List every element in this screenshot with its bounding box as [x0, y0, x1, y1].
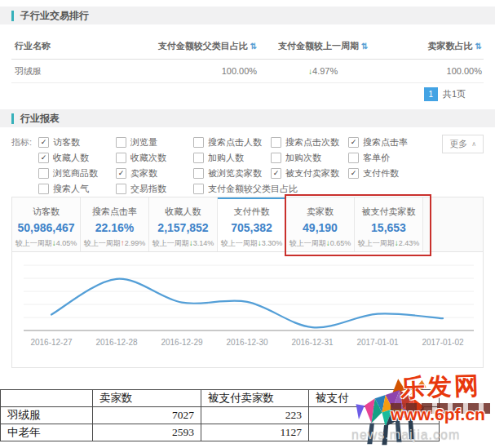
- chevron-up-icon: ∧: [471, 140, 476, 148]
- page-button-1[interactable]: 1: [424, 87, 438, 101]
- value-cell: [309, 407, 440, 424]
- metric-checkbox-客单价[interactable]: 客单价: [348, 153, 426, 163]
- seller-ratio-cell: 100.00%: [389, 66, 484, 76]
- pagination: 1 共1页: [0, 87, 466, 101]
- metric-card-支付件数[interactable]: 支付件数705,382较上一周期↓3.30%: [218, 197, 286, 251]
- metric-checkbox-搜索点击次数[interactable]: 搜索点击次数: [271, 137, 348, 148]
- x-axis-label: 2016-12-31: [291, 338, 334, 347]
- metric-card-title: 被支付卖家数: [355, 206, 422, 218]
- change-value: 3.30%: [262, 239, 283, 247]
- row-label-cell: 羽绒服: [1, 407, 93, 424]
- metric-cards-row: 访客数50,986,467较上一周期↓4.05%搜索点击率22.16%较上一周期…: [12, 197, 483, 252]
- checkbox-icon[interactable]: ✓: [38, 137, 49, 148]
- metric-card-title: 访客数: [12, 206, 80, 218]
- metric-card-value: 50,986,467: [12, 221, 80, 234]
- metric-card-change: 较上一周期↑2.99%: [81, 238, 148, 249]
- column-header-label: 支付金额较父类目占比: [158, 41, 248, 51]
- line-chart-svg: 2016-12-272016-12-282016-12-292016-12-30…: [12, 257, 481, 360]
- metric-checkbox-label: 搜索人气: [53, 184, 89, 194]
- metric-checkbox-访客数[interactable]: ✓访客数: [38, 137, 116, 148]
- checkbox-icon[interactable]: [116, 184, 126, 194]
- checkbox-icon[interactable]: [348, 153, 359, 163]
- checkbox-icon[interactable]: [38, 168, 49, 179]
- metric-card-value: 49,190: [286, 221, 354, 234]
- column-header-label: 支付金额较上一周期: [278, 41, 359, 51]
- checkbox-icon[interactable]: [193, 137, 204, 148]
- sort-icon[interactable]: ⇅: [361, 42, 368, 51]
- metric-card-搜索点击率[interactable]: 搜索点击率22.16%较上一周期↑2.99%: [81, 197, 149, 251]
- checkbox-icon[interactable]: [271, 153, 281, 163]
- x-axis-label: 2016-12-28: [95, 338, 138, 347]
- bottom-table-header-2: 被支付卖家数: [201, 390, 309, 407]
- column-header-label: 行业名称: [15, 41, 51, 51]
- change-prefix: 较上一周期: [289, 239, 326, 247]
- more-button[interactable]: 更多 ∧: [442, 135, 484, 153]
- metric-checkbox-搜索点击人数[interactable]: 搜索点击人数: [193, 137, 271, 148]
- value-cell: 2593: [93, 424, 201, 441]
- x-axis-label: 2016-12-29: [161, 338, 203, 347]
- checkbox-icon[interactable]: [193, 168, 204, 179]
- metric-card-卖家数[interactable]: 卖家数49,190较上一周期↓0.65%: [286, 197, 355, 251]
- metric-checkbox-交易指数[interactable]: 交易指数: [116, 184, 193, 194]
- metric-checkbox-被支付卖家数[interactable]: ✓被支付卖家数: [271, 168, 348, 179]
- sort-icon[interactable]: ⇅: [475, 42, 482, 51]
- table-row: 中老年25931127: [1, 424, 440, 441]
- checkbox-icon[interactable]: ✓: [116, 168, 126, 179]
- checkbox-icon[interactable]: ✓: [348, 137, 359, 148]
- checkbox-icon[interactable]: [116, 137, 126, 148]
- metric-checkbox-卖家数[interactable]: ✓卖家数: [116, 168, 193, 179]
- metric-checkbox-label: 浏览商品数: [53, 168, 98, 179]
- column-header-1: 行业名称: [11, 40, 130, 52]
- metric-card-change: 较上一周期↓2.43%: [355, 238, 422, 249]
- metrics-selector: 指标: ✓访客数浏览量搜索点击人数搜索点击次数✓搜索点击率✓收藏人数收藏次数加购…: [11, 137, 484, 194]
- metric-checkbox-加购次数[interactable]: 加购次数: [271, 153, 348, 163]
- checkbox-icon[interactable]: ✓: [38, 153, 49, 163]
- value-cell: [309, 424, 440, 441]
- metric-checkbox-浏览量[interactable]: 浏览量: [116, 137, 193, 148]
- metric-checkbox-收藏次数[interactable]: 收藏次数: [116, 153, 193, 163]
- metric-checkbox-加购人数[interactable]: 加购人数: [193, 153, 271, 163]
- column-header-3[interactable]: 支付金额较上一周期⇅: [257, 40, 389, 52]
- checkbox-icon[interactable]: [38, 184, 49, 194]
- metric-checkbox-支付金额较父类目占比[interactable]: 支付金额较父类目占比: [193, 184, 271, 194]
- industry-name-cell: 羽绒服: [11, 65, 130, 78]
- metrics-label: 指标:: [11, 137, 32, 194]
- metric-checkbox-label: 卖家数: [130, 168, 157, 179]
- metric-card-value: 22.16%: [81, 221, 148, 234]
- column-header-4[interactable]: 卖家数占比⇅: [389, 40, 484, 52]
- more-button-label: 更多: [449, 138, 467, 150]
- section-title-subindustry: 子行业交易排行: [20, 9, 89, 23]
- metric-checkbox-搜索人气[interactable]: 搜索人气: [38, 184, 116, 194]
- metric-checkbox-label: 访客数: [53, 137, 80, 148]
- metric-checkbox-被浏览卖家数[interactable]: 被浏览卖家数: [193, 168, 271, 179]
- checkbox-icon[interactable]: [271, 137, 281, 148]
- metric-checkbox-label: 搜索点击次数: [285, 137, 339, 148]
- metric-checkbox-支付件数[interactable]: ✓支付件数: [348, 168, 426, 179]
- metric-card-title: 支付件数: [218, 206, 285, 218]
- metric-checkbox-搜索点击率[interactable]: ✓搜索点击率: [348, 137, 426, 148]
- value-cell: 223: [201, 407, 309, 424]
- checkbox-icon[interactable]: [193, 184, 204, 194]
- checkbox-icon[interactable]: [193, 153, 204, 163]
- table-row: 羽绒服7027223: [1, 407, 440, 424]
- metric-card-访客数[interactable]: 访客数50,986,467较上一周期↓4.05%: [12, 197, 81, 251]
- x-axis-label: 2016-12-30: [226, 338, 268, 347]
- value-cell: 7027: [93, 407, 201, 424]
- change-prefix: 较上一周期: [152, 239, 189, 247]
- metric-card-被支付卖家数[interactable]: 被支付卖家数15,653较上一周期↓2.43%: [355, 197, 423, 251]
- metric-checkbox-label: 被浏览卖家数: [208, 168, 262, 179]
- change-prefix: 较上一周期: [358, 239, 395, 247]
- change-value: 0.65%: [330, 239, 351, 247]
- checkbox-icon[interactable]: [116, 153, 126, 163]
- metric-checkbox-浏览商品数[interactable]: 浏览商品数: [38, 168, 116, 179]
- column-header-2[interactable]: 支付金额较父类目占比⇅: [130, 40, 257, 52]
- metric-card-收藏人数[interactable]: 收藏人数2,157,852较上一周期↓3.14%: [149, 197, 218, 251]
- metric-checkbox-收藏人数[interactable]: ✓收藏人数: [38, 153, 116, 163]
- change-value: 4.05%: [56, 239, 77, 247]
- checkbox-icon[interactable]: ✓: [348, 168, 359, 179]
- change-value: 3.14%: [193, 239, 214, 247]
- checkbox-icon[interactable]: ✓: [271, 168, 281, 179]
- metric-checkbox-label: 搜索点击率: [363, 137, 408, 148]
- subindustry-table: 行业名称支付金额较父类目占比⇅支付金额较上一周期⇅卖家数占比⇅ 羽绒服100.0…: [11, 24, 484, 83]
- sort-icon[interactable]: ⇅: [250, 42, 257, 51]
